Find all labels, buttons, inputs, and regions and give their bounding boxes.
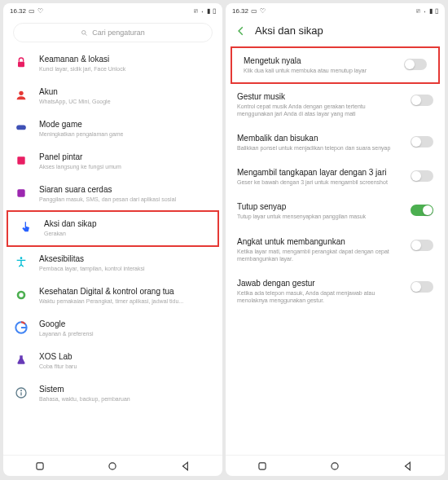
toggle-title: Angkat untuk membangunkan [237, 237, 402, 246]
toggle-sub: Klik dua kali untuk membuka atau menutup… [244, 67, 396, 74]
item-aksi-dan-sikap[interactable]: Aksi dan sikapGerakan [7, 210, 219, 246]
toggle-gestur-musik[interactable]: Gestur musikKontrol cepat musik Anda den… [226, 84, 445, 126]
switch[interactable] [411, 240, 433, 251]
toggle-sub: Ketika layar mati, mengambil perangkat d… [237, 248, 402, 262]
panel-icon [15, 155, 27, 166]
recent-apps-icon[interactable] [257, 460, 268, 472]
item-sub: Meningkatkan pengalaman game [39, 130, 213, 138]
recent-apps-icon[interactable] [34, 460, 46, 472]
toggle-membalik[interactable]: Membalik dan bisukanBalikkan ponsel untu… [226, 126, 445, 160]
switch[interactable] [411, 95, 433, 106]
item-sub: Kunci layar, sidik jari, Face Unlock [39, 65, 213, 73]
switch[interactable] [411, 136, 433, 148]
item-akun[interactable]: AkunWhatsApp, UC Mini, Google [3, 80, 222, 112]
status-icon-msg: ▭ [251, 7, 257, 15]
toggle-angkat[interactable]: Angkat untuk membangunkanKetika layar ma… [226, 229, 445, 271]
person-icon [15, 89, 28, 102]
home-icon[interactable] [107, 460, 118, 472]
shield-icon: ♡ [260, 7, 266, 15]
item-sub: WhatsApp, UC Mini, Google [39, 98, 213, 105]
back-arrow-icon[interactable] [235, 25, 247, 37]
toggle-title: Gestur musik [237, 92, 402, 101]
item-siaran[interactable]: Siaran suara cerdasPanggilan masuk, SMS,… [3, 178, 222, 210]
toggle-sub: Tutup layar untuk mensenyapkan panggilan… [237, 213, 402, 220]
google-icon [15, 321, 28, 334]
toggle-title: Tutup senyap [237, 202, 402, 211]
wifi-icon: ⬫ [200, 7, 204, 15]
item-title: Aksi dan sikap [44, 219, 208, 228]
sound-icon [15, 187, 27, 199]
item-sub: Bahasa, waktu, backup, pembaruan [39, 395, 213, 403]
item-sub: Layanan & preferensi [39, 330, 213, 337]
nav-bar [3, 455, 222, 476]
toggle-sub: Geser ke bawah dengan 3 jari untuk menga… [237, 178, 402, 186]
toggle-tutup-senyap[interactable]: Tutup senyapTutup layar untuk mensenyapk… [226, 194, 445, 228]
toggle-mengetuk-nyala[interactable]: Mengetuk nyalaKlik dua kali untuk membuk… [231, 46, 440, 84]
cast-icon: ⎚ [416, 7, 420, 15]
item-kesehatan[interactable]: Kesehatan Digital & kontrol orang tuaWak… [3, 280, 222, 312]
svg-line-1 [86, 33, 87, 35]
back-icon[interactable] [402, 460, 414, 472]
cast-icon: ⎚ [194, 7, 198, 15]
toggle-screenshot[interactable]: Mengambil tangkapan layar dengan 3 jariG… [226, 160, 445, 194]
lab-icon [15, 354, 27, 367]
svg-point-7 [20, 257, 23, 259]
item-sub: Akses langsung ke fungsi umum [39, 163, 213, 170]
item-title: Mode game [39, 120, 213, 129]
search-placeholder: Cari pengaturan [92, 29, 145, 37]
item-sub: Waktu pemakaian Perangkat, timer aplikas… [39, 297, 213, 305]
item-sub: Panggilan masuk, SMS, dan pesan dari apl… [39, 196, 213, 203]
signal-icon: ▮ [207, 7, 210, 15]
item-mode-game[interactable]: Mode gameMeningkatkan pengalaman game [3, 112, 222, 145]
item-aksesibilitas[interactable]: AksesibilitasPembaca layar, tampilan, ko… [3, 247, 222, 280]
status-bar: 16.32 ▭ ♡ ⎚ ⬫ ▮ ▯ [226, 3, 445, 18]
item-sub: Coba fitur baru [39, 363, 213, 370]
toggle-sub: Kontrol cepat musik Anda dengan gerakan … [237, 103, 402, 117]
switch[interactable] [404, 59, 427, 70]
wellbeing-icon [15, 288, 28, 302]
nav-bar [226, 455, 445, 476]
battery-icon: ▯ [435, 7, 438, 15]
item-title: Akun [39, 87, 213, 96]
svg-rect-6 [17, 190, 24, 197]
svg-rect-15 [259, 462, 266, 469]
page-title: Aksi dan sikap [255, 24, 323, 37]
toggle-title: Jawab dengan gestur [237, 279, 402, 288]
item-title: XOS Lab [39, 352, 213, 361]
switch[interactable] [411, 170, 433, 182]
item-sub: Pembaca layar, tampilan, kontrol interak… [39, 265, 213, 272]
item-title: Aksesibilitas [39, 254, 213, 263]
svg-point-3 [19, 91, 23, 95]
status-bar: 16.32 ▭ ♡ ⎚ ⬫ ▮ ▯ [3, 3, 222, 18]
item-sistem[interactable]: SistemBahasa, waktu, backup, pembaruan [3, 377, 222, 410]
back-icon[interactable] [180, 460, 191, 472]
status-time: 16.32 [10, 7, 26, 15]
signal-icon: ▮ [429, 7, 433, 15]
accessibility-icon [15, 256, 28, 269]
phone-left-settings: 16.32 ▭ ♡ ⎚ ⬫ ▮ ▯ Cari pengaturan Keaman… [3, 3, 222, 476]
item-panel-pintar[interactable]: Panel pintarAkses langsung ke fungsi umu… [3, 145, 222, 178]
svg-rect-12 [20, 392, 21, 395]
switch[interactable] [411, 205, 433, 216]
svg-rect-13 [37, 462, 43, 469]
search-icon [81, 29, 88, 37]
item-google[interactable]: GoogleLayanan & preferensi [3, 312, 222, 345]
home-icon[interactable] [329, 460, 340, 472]
item-title: Keamanan & lokasi [39, 55, 213, 64]
svg-rect-5 [17, 157, 24, 165]
switch[interactable] [411, 281, 433, 293]
svg-point-16 [332, 462, 338, 469]
item-xoslab[interactable]: XOS LabCoba fitur baru [3, 345, 222, 377]
toggle-sub: Ketika ada telepon masuk, Anda dapat men… [237, 289, 402, 304]
toggle-sub: Balikkan ponsel untuk menjadikan telepon… [237, 144, 402, 152]
info-icon [15, 386, 28, 399]
svg-rect-4 [16, 126, 26, 130]
battery-icon: ▯ [213, 7, 216, 15]
item-keamanan[interactable]: Keamanan & lokasiKunci layar, sidik jari… [3, 47, 222, 80]
svg-rect-2 [18, 62, 24, 68]
toggle-title: Membalik dan bisukan [237, 134, 402, 143]
search-input[interactable]: Cari pengaturan [13, 23, 213, 42]
status-time: 16.32 [232, 7, 248, 15]
toggle-title: Mengetuk nyala [244, 56, 396, 65]
toggle-jawab-gestur[interactable]: Jawab dengan gesturKetika ada telepon ma… [226, 271, 445, 312]
